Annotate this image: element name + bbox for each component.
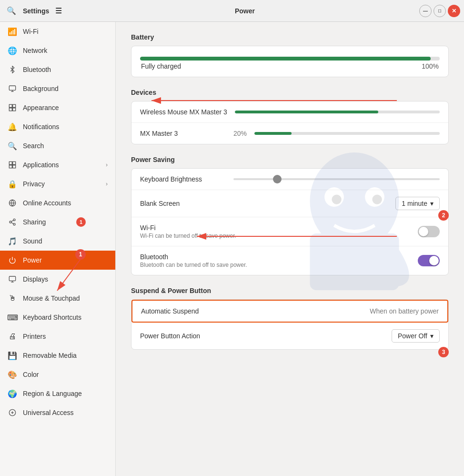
sidebar-item-label: Power — [23, 256, 42, 264]
svg-point-14 — [10, 221, 11, 223]
keyboard-brightness-label: Keyboard Brightness — [140, 175, 226, 183]
titlebar-menu-button[interactable]: ☰ — [51, 3, 66, 19]
titlebar-close-button[interactable]: ✕ — [448, 5, 460, 17]
power-button-label: Power Button Action — [140, 332, 226, 340]
sidebar-item-appearance[interactable]: Appearance — [0, 98, 115, 117]
keyboard-brightness-slider[interactable] — [233, 178, 440, 180]
device-bar-fill-1 — [235, 111, 378, 113]
sidebar-item-label: Color — [23, 371, 39, 378]
power-button-dropdown[interactable]: Power Off ▾ — [392, 329, 440, 343]
sidebar-item-universal-access[interactable]: Universal Access — [0, 403, 115, 422]
device-bar-2 — [254, 132, 440, 135]
sidebar-item-label: Sharing — [23, 218, 46, 226]
device-percent-2: 20% — [233, 130, 247, 137]
titlebar: 🔍 Settings ☰ Power — □ ✕ — [0, 0, 464, 22]
wifi-toggle[interactable] — [418, 226, 440, 237]
battery-labels: Fully charged 100% — [140, 62, 440, 70]
device-name-2: MX Master 3 — [140, 130, 226, 137]
callout-2-badge: 2 — [438, 210, 449, 221]
sidebar-item-power[interactable]: Power — [0, 251, 115, 270]
automatic-suspend-value: When on battery power — [370, 307, 439, 315]
sidebar-item-region-language[interactable]: 🌍 Region & Language — [0, 384, 115, 403]
sidebar-item-label: Online Accounts — [23, 199, 71, 207]
power-button-chevron-icon: ▾ — [430, 332, 434, 340]
wifi-power-sublabel: Wi-Fi can be turned off to save power. — [140, 233, 236, 239]
device-bar-1 — [235, 111, 440, 113]
sidebar-item-privacy[interactable]: 🔒 Privacy › — [0, 174, 115, 193]
sidebar-item-sharing[interactable]: Sharing 1 — [0, 213, 115, 232]
region-icon: 🌍 — [8, 389, 17, 398]
appearance-icon — [8, 103, 17, 112]
automatic-suspend-row[interactable]: Automatic Suspend When on battery power — [131, 300, 448, 323]
displays-icon — [8, 274, 17, 284]
sidebar-item-label: Region & Language — [23, 390, 82, 397]
sidebar-item-notifications[interactable]: 🔔 Notifications — [0, 117, 115, 136]
sidebar-item-label: Network — [23, 47, 47, 54]
sidebar-item-label: Background — [23, 85, 59, 92]
background-icon — [8, 84, 17, 93]
wifi-toggle-thumb — [419, 227, 428, 236]
bluetooth-toggle[interactable] — [418, 255, 440, 266]
sidebar-item-background[interactable]: Background — [0, 79, 115, 98]
sidebar-item-displays[interactable]: Displays — [0, 270, 115, 289]
sidebar-item-label: Appearance — [23, 104, 59, 111]
power-button-value: Power Off — [398, 332, 427, 340]
battery-card: Fully charged 100% — [131, 46, 449, 77]
svg-line-17 — [11, 220, 14, 222]
main-layout: 📶 Wi-Fi 🌐 Network Bluetooth Background A… — [0, 22, 464, 476]
battery-section-title: Battery — [131, 33, 449, 41]
svg-rect-4 — [13, 104, 16, 107]
sidebar-item-label: Sound — [23, 237, 42, 245]
automatic-suspend-label: Automatic Suspend — [141, 307, 227, 315]
titlebar-search-button[interactable]: 🔍 — [4, 3, 19, 19]
svg-rect-5 — [9, 108, 12, 111]
sidebar-item-label: Removable Media — [23, 352, 77, 359]
printers-icon: 🖨 — [8, 332, 17, 341]
bluetooth-toggle-track — [418, 255, 440, 266]
network-icon: 🌐 — [8, 46, 17, 55]
suspend-card: Automatic Suspend When on battery power … — [131, 299, 449, 350]
device-bar-fill-2 — [254, 132, 292, 135]
mouse-icon: 🖱 — [8, 294, 17, 303]
sound-icon: 🎵 — [8, 236, 17, 246]
sidebar-item-search[interactable]: 🔍 Search — [0, 136, 115, 155]
sidebar-item-label: Search — [23, 142, 44, 150]
sidebar-item-keyboard-shortcuts[interactable]: ⌨ Keyboard Shortcuts — [0, 308, 115, 327]
keyboard-icon: ⌨ — [8, 313, 17, 322]
wifi-toggle-track — [418, 226, 440, 237]
svg-rect-3 — [9, 104, 12, 107]
sidebar-item-color[interactable]: 🎨 Color — [0, 365, 115, 384]
sidebar-item-removable-media[interactable]: 💾 Removable Media — [0, 346, 115, 365]
callout-3-badge: 3 — [438, 347, 449, 357]
blank-screen-dropdown[interactable]: 1 minute ▾ — [395, 197, 440, 210]
blank-screen-value: 1 minute — [402, 200, 427, 207]
sidebar: 📶 Wi-Fi 🌐 Network Bluetooth Background A… — [0, 22, 116, 476]
sidebar-item-bluetooth[interactable]: Bluetooth — [0, 60, 115, 79]
battery-bar-fill — [140, 57, 431, 61]
sidebar-item-mouse-touchpad[interactable]: 🖱 Mouse & Touchpad — [0, 289, 115, 308]
titlebar-right: — □ ✕ — [419, 5, 460, 17]
notifications-icon: 🔔 — [8, 122, 17, 132]
sidebar-item-label: Printers — [23, 333, 46, 340]
sidebar-item-wifi[interactable]: 📶 Wi-Fi — [0, 22, 115, 41]
sidebar-item-online-accounts[interactable]: Online Accounts — [0, 193, 115, 213]
sharing-badge: 1 — [76, 217, 86, 227]
titlebar-maximize-button[interactable]: □ — [434, 5, 446, 17]
sidebar-item-applications[interactable]: Applications › — [0, 155, 115, 174]
suspend-section-title: Suspend & Power Button — [131, 287, 449, 294]
device-name-1: Wireless Mouse MX Master 3 — [140, 108, 227, 116]
sidebar-item-label: Displays — [23, 275, 48, 283]
titlebar-minimize-button[interactable]: — — [419, 5, 432, 17]
battery-bar — [140, 57, 440, 61]
sidebar-item-sound[interactable]: 🎵 Sound — [0, 232, 115, 251]
bluetooth-toggle-thumb — [429, 256, 439, 265]
sidebar-item-printers[interactable]: 🖨 Printers — [0, 327, 115, 346]
chevron-icon: › — [106, 181, 108, 187]
sidebar-item-network[interactable]: 🌐 Network — [0, 41, 115, 60]
battery-status-text: Fully charged — [141, 62, 181, 70]
device-row-1: Wireless Mouse MX Master 3 — [131, 101, 448, 123]
removable-media-icon: 💾 — [8, 351, 17, 360]
svg-point-15 — [13, 223, 15, 225]
sidebar-item-label: Bluetooth — [23, 66, 51, 73]
blank-screen-chevron-icon: ▾ — [430, 200, 434, 207]
